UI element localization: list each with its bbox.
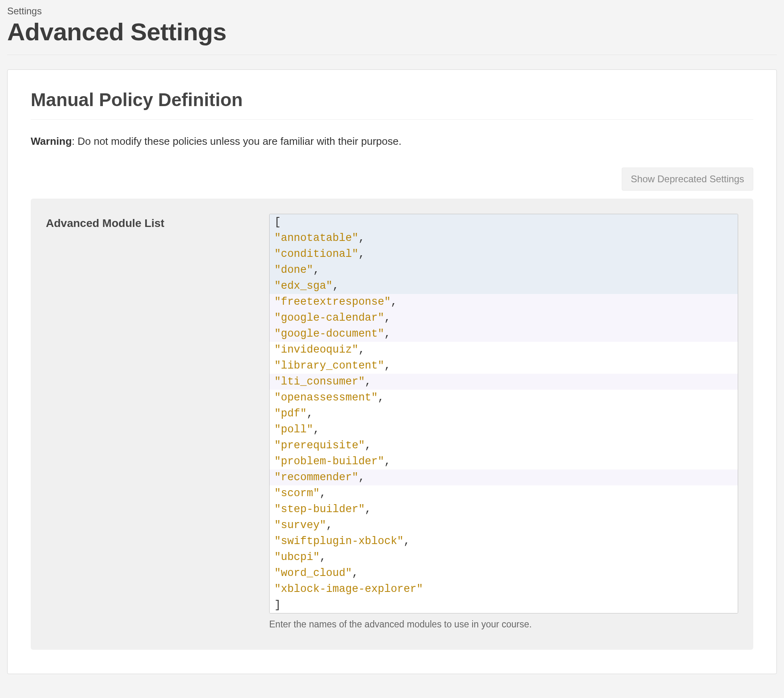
code-line-module-prerequisite[interactable]: "prerequisite",	[270, 438, 738, 454]
warning-text: : Do not modify these policies unless yo…	[72, 135, 402, 147]
code-line-module-annotatable[interactable]: "annotatable",	[270, 230, 738, 246]
page-title: Advanced Settings	[7, 18, 777, 46]
code-line[interactable]: ]	[270, 597, 738, 613]
code-line-module-survey[interactable]: "survey",	[270, 517, 738, 533]
code-line[interactable]: [	[270, 214, 738, 230]
panel-divider	[31, 119, 753, 120]
page-header: Settings Advanced Settings	[7, 0, 777, 50]
setting-label-advanced-module-list: Advanced Module List	[46, 214, 269, 230]
code-line-module-google-calendar[interactable]: "google-calendar",	[270, 310, 738, 326]
code-line-module-word_cloud[interactable]: "word_cloud",	[270, 565, 738, 581]
code-line-module-ubcpi[interactable]: "ubcpi",	[270, 549, 738, 565]
code-line-module-pdf[interactable]: "pdf",	[270, 406, 738, 422]
advanced-module-list-editor[interactable]: [ "annotatable", "conditional", "done", …	[269, 214, 738, 613]
code-line-module-swiftplugin-xblock[interactable]: "swiftplugin-xblock",	[270, 533, 738, 549]
code-line-module-step-builder[interactable]: "step-builder",	[270, 501, 738, 517]
code-line-module-xblock-image-explorer[interactable]: "xblock-image-explorer"	[270, 581, 738, 597]
code-line-module-google-document[interactable]: "google-document",	[270, 326, 738, 342]
code-line-module-done[interactable]: "done",	[270, 262, 738, 278]
code-line-module-invideoquiz[interactable]: "invideoquiz",	[270, 342, 738, 358]
panel-title: Manual Policy Definition	[31, 89, 753, 110]
setting-editor-column: [ "annotatable", "conditional", "done", …	[269, 214, 738, 630]
code-line-module-edx_sga[interactable]: "edx_sga",	[270, 278, 738, 294]
code-line-module-problem-builder[interactable]: "problem-builder",	[270, 454, 738, 469]
code-line-module-scorm[interactable]: "scorm",	[270, 485, 738, 501]
setting-hint: Enter the names of the advanced modules …	[269, 619, 738, 630]
code-line-module-poll[interactable]: "poll",	[270, 422, 738, 438]
actions-row: Show Deprecated Settings	[31, 168, 753, 191]
code-line-module-lti_consumer[interactable]: "lti_consumer",	[270, 374, 738, 390]
code-line-module-recommender[interactable]: "recommender",	[270, 469, 738, 485]
code-line-module-conditional[interactable]: "conditional",	[270, 246, 738, 262]
breadcrumb: Settings	[7, 6, 777, 17]
code-line-module-openassessment[interactable]: "openassessment",	[270, 390, 738, 406]
show-deprecated-button[interactable]: Show Deprecated Settings	[622, 168, 753, 191]
policy-panel: Manual Policy Definition Warning: Do not…	[7, 69, 777, 674]
divider	[7, 55, 777, 55]
code-line-module-library_content[interactable]: "library_content",	[270, 358, 738, 374]
warning-label: Warning	[31, 135, 72, 147]
setting-block: Advanced Module List [ "annotatable", "c…	[31, 199, 753, 650]
code-line-module-freetextresponse[interactable]: "freetextresponse",	[270, 294, 738, 310]
warning-message: Warning: Do not modify these policies un…	[31, 134, 753, 148]
